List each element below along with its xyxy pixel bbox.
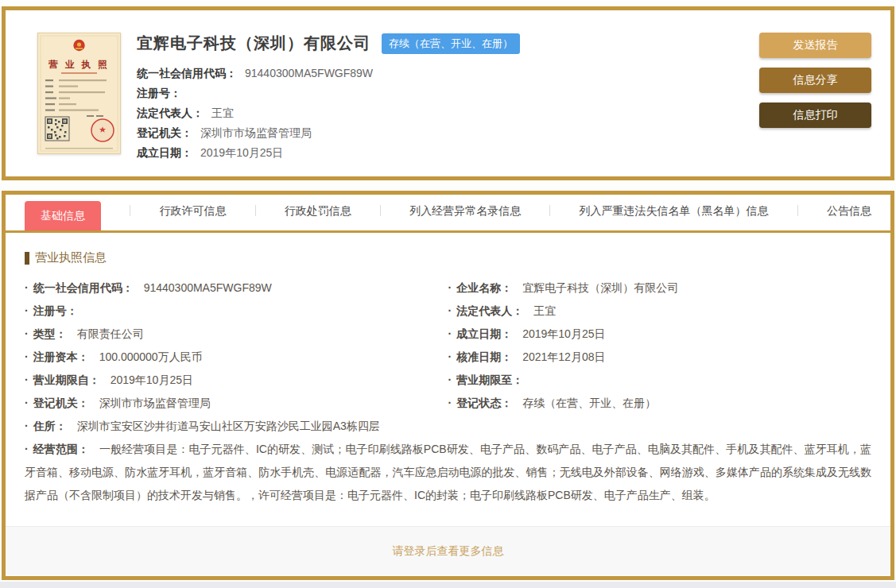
field-credit-code: 统一社会信用代码：91440300MA5FWGF89W bbox=[25, 277, 448, 300]
login-prompt-bar: 请登录后查看更多信息 bbox=[6, 526, 890, 575]
section-marker-icon bbox=[25, 252, 29, 265]
field-registered-capital: 注册资本：100.000000万人民币 bbox=[25, 346, 448, 369]
field-reg-number: 注册号： bbox=[25, 300, 448, 323]
field-term-from: 营业期限自：2019年10月25日 bbox=[25, 369, 448, 392]
license-info-grid: 统一社会信用代码：91440300MA5FWGF89W 企业名称：宜辉电子科技（… bbox=[25, 277, 871, 415]
status-badge: 存续（在营、开业、在册） bbox=[382, 33, 520, 54]
field-address: 住所：深圳市宝安区沙井街道马安山社区万安路沙民工业园A3栋四层 bbox=[25, 415, 871, 438]
license-subtitle-line bbox=[61, 72, 97, 74]
tab-serious-violation-blacklist[interactable]: 列入严重违法失信名单（黑名单）信息 bbox=[580, 204, 769, 230]
tab-announcement-info[interactable]: 公告信息 bbox=[827, 204, 871, 230]
section-header: 营业执照信息 bbox=[25, 250, 871, 265]
field-term-to: 营业期限至： bbox=[448, 369, 872, 392]
tab-divider bbox=[130, 205, 130, 216]
qr-code-icon bbox=[45, 117, 69, 141]
print-info-button[interactable]: 信息打印 bbox=[759, 103, 871, 128]
field-legal-rep: 法定代表人：王宜 bbox=[448, 300, 872, 323]
share-info-button[interactable]: 信息分享 bbox=[759, 68, 871, 93]
send-report-button[interactable]: 发送报告 bbox=[759, 33, 871, 58]
field-registration-status: 登记状态：存续（在营、开业、在册） bbox=[448, 392, 872, 415]
tab-divider bbox=[380, 205, 381, 216]
company-header-card: 营 业 执 照 bbox=[2, 6, 894, 180]
license-title: 营 业 执 照 bbox=[48, 60, 110, 70]
summary-credit-code: 统一社会信用代码：91440300MA5FWGF89W bbox=[137, 64, 759, 83]
section-title: 营业执照信息 bbox=[35, 250, 107, 265]
field-business-scope: 经营范围：一般经营项目是：电子元器件、IC的研发、测试；电子印刷线路板PCB研发… bbox=[25, 438, 871, 507]
tab-bar: 基础信息 行政许可信息 行政处罚信息 列入经营异常名录信息 列入严重违法失信名单… bbox=[6, 195, 890, 233]
license-footer-line bbox=[45, 148, 113, 149]
business-license-thumbnail: 营 业 执 照 bbox=[37, 33, 121, 154]
tab-divider bbox=[797, 205, 798, 216]
tab-divider bbox=[255, 205, 256, 216]
summary-establish-date: 成立日期：2019年10月25日 bbox=[137, 143, 759, 163]
summary-legal-rep: 法定代表人：王宜 bbox=[137, 103, 759, 123]
summary-registry-authority: 登记机关：深圳市市场监督管理局 bbox=[137, 123, 759, 143]
company-name: 宜辉电子科技（深圳）有限公司 bbox=[137, 33, 370, 54]
action-buttons: 发送报告 信息分享 信息打印 bbox=[759, 33, 871, 156]
page-bottom-strip bbox=[0, 582, 896, 588]
field-registry-authority: 登记机关：深圳市市场监督管理局 bbox=[25, 392, 448, 415]
tab-admin-penalty-info[interactable]: 行政处罚信息 bbox=[285, 204, 351, 230]
tab-abnormal-operation-list[interactable]: 列入经营异常名录信息 bbox=[409, 204, 521, 230]
field-approval-date: 核准日期：2021年12月08日 bbox=[448, 346, 872, 369]
tab-divider bbox=[549, 205, 550, 216]
summary-reg-number: 注册号： bbox=[137, 83, 759, 103]
login-link[interactable]: 请登录后查看更多信息 bbox=[393, 544, 504, 559]
field-company-name: 企业名称：宜辉电子科技（深圳）有限公司 bbox=[448, 277, 872, 300]
basic-info-panel: 营业执照信息 统一社会信用代码：91440300MA5FWGF89W 企业名称：… bbox=[6, 233, 890, 507]
field-establish-date: 成立日期：2019年10月25日 bbox=[448, 323, 872, 346]
business-license-image: 营 业 执 照 bbox=[37, 33, 121, 154]
national-emblem-icon bbox=[73, 40, 84, 51]
company-summary: 宜辉电子科技（深圳）有限公司 存续（在营、开业、在册） 统一社会信用代码：914… bbox=[135, 33, 759, 156]
tab-basic-info[interactable]: 基础信息 bbox=[25, 201, 101, 230]
detail-card: 基础信息 行政许可信息 行政处罚信息 列入经营异常名录信息 列入严重违法失信名单… bbox=[2, 191, 894, 580]
tab-admin-license-info[interactable]: 行政许可信息 bbox=[159, 204, 226, 230]
field-company-type: 类型：有限责任公司 bbox=[25, 323, 448, 346]
